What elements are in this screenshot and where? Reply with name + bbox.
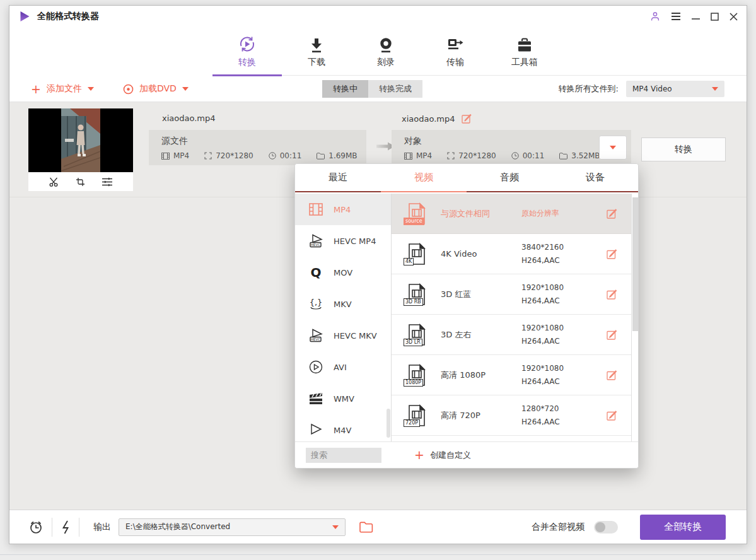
nav-tab-download[interactable]: 下载 <box>282 33 351 68</box>
folder-icon <box>317 153 325 160</box>
rename-edit-icon[interactable] <box>462 114 472 124</box>
format-item-m4v[interactable]: M4V <box>295 414 391 441</box>
close-button[interactable] <box>730 13 738 21</box>
source-file-name: xiaodao.mp4 <box>162 114 216 123</box>
format-item-hevc-mkv[interactable]: HEVC HEVC MKV <box>295 320 391 351</box>
folder-icon <box>559 153 567 160</box>
crop-icon[interactable] <box>76 177 85 187</box>
nav-tab-transfer[interactable]: 传输 <box>421 33 490 68</box>
open-output-folder-icon[interactable] <box>359 522 373 533</box>
video-thumbnail <box>28 108 133 191</box>
preset-row-4k[interactable]: 4K 4K Video 3840*2160H264,AAC <box>392 234 631 274</box>
format-item-mp4[interactable]: MP4 <box>295 194 391 225</box>
chevron-down-icon <box>610 146 616 149</box>
tab-converting[interactable]: 转换中 <box>322 80 368 98</box>
resolution-icon <box>447 152 455 160</box>
load-dvd-button[interactable]: 加载DVD <box>123 83 189 95</box>
convert-button[interactable]: 转换 <box>641 137 726 161</box>
output-path-select[interactable]: E:\全能格式转换器\Converted <box>119 518 346 536</box>
format-label: AVI <box>334 363 347 372</box>
trim-scissors-icon[interactable] <box>49 177 59 187</box>
format-item-mov[interactable]: Q MOV <box>295 257 391 288</box>
preset-name: 3D 左右 <box>441 329 521 341</box>
output-label: 输出 <box>93 522 111 533</box>
add-files-button[interactable]: + 添加文件 <box>31 83 94 95</box>
source-size: 1.69MB <box>329 151 357 160</box>
tab-recent[interactable]: 最近 <box>295 164 381 191</box>
toolbox-icon <box>516 33 533 54</box>
tab-audio[interactable]: 音频 <box>467 164 552 191</box>
edit-preset-icon[interactable] <box>607 248 617 259</box>
source-card-title: 源文件 <box>161 136 366 147</box>
preset-scrollbar-thumb[interactable] <box>632 197 638 331</box>
mkv-icon: {,} <box>308 297 324 311</box>
thumbnail-toolbar <box>28 172 133 191</box>
minimize-button[interactable] <box>692 12 700 21</box>
format-item-mkv[interactable]: {,} MKV <box>295 288 391 320</box>
maximize-button[interactable] <box>711 13 719 21</box>
bottom-bar: 输出 E:\全能格式转换器\Converted 合并全部视频 全部转换 <box>9 510 747 544</box>
edit-preset-icon[interactable] <box>607 329 617 340</box>
account-icon[interactable] <box>650 11 660 21</box>
svg-text:HEVC: HEVC <box>311 337 320 341</box>
preset-resolution: 原始分辨率 <box>521 207 602 219</box>
nav-tab-convert[interactable]: 转换 <box>212 33 282 68</box>
clapperboard-icon <box>308 392 324 405</box>
menu-icon[interactable] <box>671 12 681 21</box>
target-format-dropdown-button[interactable] <box>599 136 627 160</box>
edit-preset-icon[interactable] <box>607 289 617 300</box>
dvd-icon <box>123 84 134 95</box>
format-item-hevc-mp4[interactable]: HEVC HEVC MP4 <box>295 225 391 257</box>
preset-name: 与源文件相同 <box>441 208 521 219</box>
video-file-icon: 3D LR <box>405 324 428 346</box>
target-file-name: xiaodao.mp4 <box>402 114 455 124</box>
format-item-wmv[interactable]: WMV <box>295 383 391 414</box>
nav-divider <box>282 75 747 76</box>
preset-row-hd1080p[interactable]: 1080P 高清 1080P 1920*1080H264,AAC <box>392 355 631 395</box>
convert-all-button[interactable]: 全部转换 <box>640 515 726 540</box>
tab-device[interactable]: 设备 <box>552 164 638 191</box>
source-video-file-icon: source <box>405 202 428 225</box>
format-picker-tabs: 最近 视频 音频 设备 <box>295 164 638 192</box>
clock-icon <box>269 152 276 160</box>
format-item-avi[interactable]: AVI <box>295 351 391 383</box>
convert-icon <box>238 33 257 54</box>
effects-sliders-icon[interactable] <box>102 177 113 187</box>
plus-icon: + <box>414 449 424 461</box>
chevron-down-icon <box>712 87 718 91</box>
create-custom-button[interactable]: + 创建自定义 <box>414 449 471 461</box>
format-list-scrollbar[interactable] <box>387 409 390 438</box>
target-card-title: 对象 <box>404 136 631 147</box>
preset-row-hd720p[interactable]: 720P 高清 720P 1280*720H264,AAC <box>392 395 631 436</box>
preset-row-3d-redblue[interactable]: 3D RB 3D 红蓝 1920*1080H264,AAC <box>392 274 631 315</box>
output-format-select[interactable]: MP4 Video <box>626 81 724 97</box>
svg-text:{,}: {,} <box>310 298 323 307</box>
format-label: MKV <box>334 300 352 309</box>
nav-tab-burn[interactable]: 刻录 <box>351 33 421 68</box>
edit-preset-icon[interactable] <box>607 370 617 380</box>
merge-videos-toggle[interactable] <box>594 521 618 534</box>
video-file-icon: 3D RB <box>405 283 428 306</box>
clock-icon <box>511 152 519 160</box>
format-label: MOV <box>334 268 352 277</box>
film-icon <box>161 153 170 160</box>
preset-codec: H264,AAC <box>521 375 602 388</box>
app-window: 全能格式转换器 <box>9 5 747 544</box>
tab-finished[interactable]: 转换完成 <box>368 80 422 98</box>
preset-row-same-as-source[interactable]: source 与源文件相同 原始分辨率 <box>392 194 631 234</box>
film-icon <box>404 153 412 160</box>
source-format: MP4 <box>173 151 189 160</box>
edit-preset-icon[interactable] <box>607 410 617 421</box>
tab-video[interactable]: 视频 <box>381 164 467 191</box>
nav-tab-toolbox[interactable]: 工具箱 <box>490 33 559 68</box>
video-file-icon: 1080P <box>405 364 428 387</box>
edit-preset-icon[interactable] <box>607 208 617 219</box>
high-speed-icon[interactable] <box>52 520 79 535</box>
hevc-icon: HEVC <box>308 328 324 343</box>
preset-row-3d-leftright[interactable]: 3D LR 3D 左右 1920*1080H264,AAC <box>392 315 631 355</box>
search-input[interactable] <box>306 448 381 463</box>
format-label: MP4 <box>334 205 351 214</box>
schedule-clock-icon[interactable] <box>28 520 52 535</box>
preset-scrollbar-track[interactable] <box>631 194 638 441</box>
preset-resolution: 1280*720 <box>521 402 602 415</box>
